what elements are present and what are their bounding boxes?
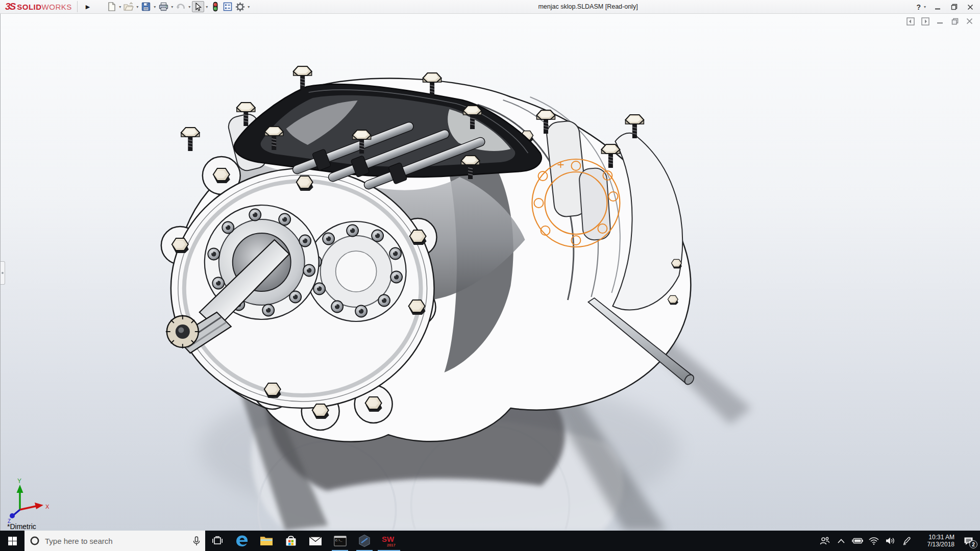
quick-toolbar: ▾ ▾ ▾ bbox=[105, 1, 251, 12]
taskbar-app-edge[interactable] bbox=[230, 531, 254, 551]
new-document-button[interactable] bbox=[105, 1, 117, 12]
wifi-icon[interactable] bbox=[867, 531, 881, 551]
minimize-icon bbox=[935, 4, 941, 10]
undo-icon bbox=[176, 2, 186, 11]
panel-splitter-handle[interactable] bbox=[1, 261, 5, 285]
save-floppy-icon bbox=[141, 2, 151, 11]
logo-works: WORKS bbox=[42, 3, 72, 11]
action-center-button[interactable]: 2 bbox=[957, 531, 980, 551]
start-button[interactable] bbox=[0, 531, 24, 551]
help-button[interactable]: ? bbox=[916, 3, 921, 11]
minimize-button[interactable] bbox=[933, 3, 942, 12]
graphics-viewport[interactable]: Y X Z *Dimetric bbox=[0, 14, 980, 531]
solidworks-logo: 3S SOLID WORKS bbox=[5, 1, 72, 12]
undo-button[interactable] bbox=[175, 1, 187, 12]
rebuild-traffic-light-icon bbox=[212, 2, 218, 12]
window-controls: ? ▾ bbox=[916, 0, 975, 14]
print-caret[interactable]: ▾ bbox=[169, 5, 175, 9]
file-properties-button[interactable] bbox=[222, 1, 234, 12]
search-input[interactable] bbox=[45, 537, 188, 545]
triad-y-label: Y bbox=[17, 478, 21, 485]
taskbar-app-microsoft-store[interactable] bbox=[279, 531, 303, 551]
select-tool-button[interactable] bbox=[192, 1, 204, 12]
solidworks-app-icon: SW 2017 bbox=[381, 534, 397, 548]
gearbox-assembly-model[interactable]: Y X Z bbox=[1, 14, 980, 531]
file-properties-icon bbox=[223, 2, 232, 11]
taskbar: C:\_ SW 2017 bbox=[0, 531, 980, 551]
print-icon bbox=[159, 2, 168, 11]
file-explorer-icon bbox=[260, 535, 273, 546]
solidworks-icon-year: 2017 bbox=[387, 543, 396, 547]
cortana-icon bbox=[30, 536, 40, 546]
microsoft-store-icon bbox=[285, 535, 297, 547]
close-button[interactable] bbox=[966, 3, 975, 12]
taskbar-clock[interactable]: 10:31 AM 7/13/2018 bbox=[916, 531, 957, 551]
document-title: menjac sklop.SLDASM [Read-only] bbox=[538, 0, 638, 14]
select-cursor-icon bbox=[194, 3, 202, 11]
taskbar-app-cad-viewer[interactable] bbox=[352, 531, 377, 551]
battery-icon[interactable] bbox=[850, 531, 865, 551]
undo-caret[interactable]: ▾ bbox=[187, 5, 192, 9]
clock-date: 7/13/2018 bbox=[917, 541, 954, 548]
save-button[interactable] bbox=[140, 1, 152, 12]
chevron-up-icon[interactable] bbox=[834, 531, 848, 551]
people-icon[interactable] bbox=[818, 531, 832, 551]
new-document-caret[interactable]: ▾ bbox=[117, 5, 122, 9]
help-caret[interactable]: ▾ bbox=[924, 5, 926, 9]
reference-triad: Y X Z bbox=[8, 478, 50, 524]
edge-icon bbox=[235, 534, 249, 547]
right-hub-cover[interactable] bbox=[306, 221, 406, 321]
rebuild-button[interactable] bbox=[209, 1, 222, 12]
microphone-icon[interactable] bbox=[193, 536, 200, 546]
notification-badge: 2 bbox=[969, 540, 977, 548]
print-button[interactable] bbox=[157, 1, 169, 12]
taskbar-app-file-explorer[interactable] bbox=[254, 531, 279, 551]
titlebar: 3S SOLID WORKS ▶ ▾ ▾ bbox=[0, 0, 980, 14]
cad-viewer-hexagon-icon bbox=[358, 534, 371, 547]
clock-time: 10:31 AM bbox=[917, 534, 954, 541]
close-icon bbox=[967, 4, 973, 10]
pen-icon[interactable] bbox=[899, 531, 914, 551]
open-caret[interactable]: ▾ bbox=[135, 5, 140, 9]
taskbar-app-command-prompt[interactable]: C:\_ bbox=[328, 531, 352, 551]
open-folder-icon bbox=[124, 2, 134, 11]
command-prompt-icon: C:\_ bbox=[334, 536, 347, 546]
volume-icon[interactable] bbox=[883, 531, 897, 551]
restore-button[interactable] bbox=[949, 3, 959, 12]
taskbar-app-mail[interactable] bbox=[303, 531, 328, 551]
taskbar-app-solidworks[interactable]: SW 2017 bbox=[377, 531, 401, 551]
options-button[interactable] bbox=[234, 1, 246, 12]
save-caret[interactable]: ▾ bbox=[152, 5, 157, 9]
options-caret[interactable]: ▾ bbox=[246, 5, 251, 9]
logo-solid: SOLID bbox=[17, 3, 41, 11]
windows-logo-icon bbox=[8, 537, 17, 545]
ds-logo-mark: 3S bbox=[5, 1, 15, 12]
solidworks-icon-letters: SW bbox=[382, 535, 395, 543]
taskbar-search[interactable] bbox=[24, 531, 205, 551]
select-tool-caret[interactable]: ▾ bbox=[204, 5, 209, 9]
new-document-icon bbox=[107, 2, 116, 11]
mail-icon bbox=[309, 536, 322, 546]
view-orientation-label: *Dimetric bbox=[7, 522, 36, 531]
system-tray bbox=[818, 531, 916, 551]
options-gear-icon bbox=[235, 2, 245, 12]
cmd-prompt-text: C:\_ bbox=[335, 539, 342, 542]
menu-flyout-arrow[interactable]: ▶ bbox=[82, 4, 94, 10]
open-button[interactable] bbox=[122, 1, 135, 12]
task-view-icon bbox=[212, 536, 223, 545]
triad-x-label: X bbox=[45, 504, 50, 510]
restore-icon bbox=[951, 4, 958, 10]
task-view-button[interactable] bbox=[205, 531, 230, 551]
taskbar-spacer bbox=[401, 531, 818, 551]
divider bbox=[77, 1, 78, 12]
